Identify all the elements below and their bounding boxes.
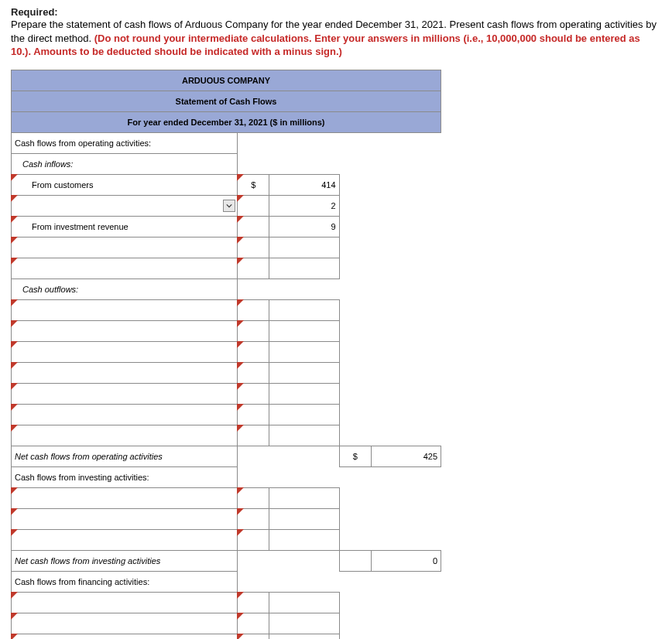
blank-fin-row[interactable] — [12, 634, 238, 639]
edit-flag-icon — [11, 404, 18, 411]
blank-fin-row[interactable] — [12, 613, 238, 634]
currency-symbol: $ — [238, 174, 269, 195]
from-invest-rev-text: From investment revenue — [32, 222, 129, 231]
edit-flag-icon — [11, 341, 18, 348]
edit-flag-icon — [11, 237, 18, 244]
value-cell[interactable] — [269, 529, 339, 550]
blank-outflow-row[interactable] — [12, 320, 238, 341]
value-cell[interactable] — [269, 404, 339, 425]
edit-flag-icon — [11, 529, 18, 536]
blank-inflow-row[interactable] — [12, 258, 238, 278]
edit-flag-icon — [237, 299, 244, 306]
fin-activities-header: Cash flows from financing activities: — [12, 571, 238, 592]
cash-inflows-label: Cash inflows: — [12, 153, 238, 174]
edit-flag-icon — [11, 634, 18, 639]
blank-inflow-select[interactable] — [12, 195, 238, 216]
value-cell[interactable] — [269, 613, 339, 634]
edit-flag-icon — [11, 299, 18, 306]
symbol-cell — [339, 550, 371, 571]
title-period: For year ended December 31, 2021 ($ in m… — [12, 111, 441, 132]
blank-outflow-row[interactable] — [12, 341, 238, 362]
blank-outflow-row[interactable] — [12, 383, 238, 404]
from-invest-rev-label[interactable]: From investment revenue — [12, 216, 238, 237]
edit-flag-icon — [237, 613, 244, 620]
value-cell[interactable] — [269, 299, 339, 320]
net-op-value: 425 — [371, 446, 441, 466]
edit-flag-icon — [237, 237, 244, 244]
value-cell[interactable] — [269, 592, 339, 613]
edit-flag-icon — [237, 320, 244, 327]
title-statement: Statement of Cash Flows — [12, 91, 441, 111]
currency-symbol: $ — [339, 446, 371, 466]
symbol-cell[interactable] — [238, 634, 269, 639]
symbol-cell[interactable] — [238, 320, 269, 341]
required-label: Required: — [11, 6, 661, 18]
from-invest-rev-value[interactable]: 9 — [269, 216, 339, 237]
from-customers-label[interactable]: From customers — [12, 174, 238, 195]
edit-flag-icon — [237, 487, 244, 494]
edit-flag-icon — [237, 508, 244, 515]
value-cell[interactable] — [269, 634, 339, 639]
op-activities-header: Cash flows from operating activities: — [12, 132, 238, 153]
symbol-cell[interactable] — [238, 487, 269, 508]
from-customers-value[interactable]: 414 — [269, 174, 339, 195]
net-op-label: Net cash flows from operating activities — [12, 446, 238, 466]
value-cell[interactable] — [269, 258, 339, 278]
edit-flag-icon — [237, 174, 244, 181]
edit-flag-icon — [11, 174, 18, 181]
symbol-cell[interactable] — [238, 237, 269, 258]
edit-flag-icon — [11, 258, 18, 265]
blank-outflow-row[interactable] — [12, 404, 238, 425]
blank-fin-row[interactable] — [12, 592, 238, 613]
symbol-cell[interactable] — [238, 362, 269, 383]
edit-flag-icon — [237, 425, 244, 432]
cash-outflows-label: Cash outflows: — [12, 278, 238, 299]
symbol-cell[interactable] — [238, 299, 269, 320]
value-cell[interactable] — [269, 425, 339, 446]
blank-inv-row[interactable] — [12, 487, 238, 508]
symbol-cell[interactable] — [238, 508, 269, 529]
blank-outflow-row[interactable] — [12, 299, 238, 320]
symbol-cell[interactable] — [238, 425, 269, 446]
edit-flag-icon — [237, 383, 244, 390]
blank-inflow-value[interactable]: 2 — [269, 195, 339, 216]
edit-flag-icon — [11, 613, 18, 620]
value-cell[interactable] — [269, 383, 339, 404]
edit-flag-icon — [237, 404, 244, 411]
symbol-cell[interactable] — [238, 404, 269, 425]
from-customers-text: From customers — [32, 180, 93, 190]
edit-flag-icon — [11, 216, 18, 223]
edit-flag-icon — [237, 216, 244, 223]
edit-flag-icon — [237, 258, 244, 265]
symbol-cell[interactable] — [238, 592, 269, 613]
edit-flag-icon — [237, 341, 244, 348]
symbol-cell[interactable] — [238, 529, 269, 550]
edit-flag-icon — [11, 320, 18, 327]
net-inv-label: Net cash flows from investing activities — [12, 550, 238, 571]
net-inv-value: 0 — [371, 550, 441, 571]
symbol-cell[interactable] — [238, 341, 269, 362]
symbol-cell[interactable] — [238, 216, 269, 237]
blank-outflow-row[interactable] — [12, 362, 238, 383]
chevron-down-icon[interactable] — [223, 200, 235, 212]
value-cell[interactable] — [269, 237, 339, 258]
instructions: Prepare the statement of cash flows of A… — [11, 18, 661, 59]
edit-flag-icon — [11, 425, 18, 432]
symbol-cell[interactable] — [238, 383, 269, 404]
blank-inv-row[interactable] — [12, 529, 238, 550]
symbol-cell[interactable] — [238, 195, 269, 216]
edit-flag-icon — [237, 362, 244, 369]
value-cell[interactable] — [269, 508, 339, 529]
blank-inv-row[interactable] — [12, 508, 238, 529]
edit-flag-icon — [11, 592, 18, 599]
value-cell[interactable] — [269, 341, 339, 362]
symbol-cell[interactable] — [238, 258, 269, 278]
edit-flag-icon — [237, 634, 244, 639]
edit-flag-icon — [237, 592, 244, 599]
blank-inflow-row[interactable] — [12, 237, 238, 258]
value-cell[interactable] — [269, 320, 339, 341]
symbol-cell[interactable] — [238, 613, 269, 634]
blank-outflow-row[interactable] — [12, 425, 238, 446]
value-cell[interactable] — [269, 362, 339, 383]
value-cell[interactable] — [269, 487, 339, 508]
